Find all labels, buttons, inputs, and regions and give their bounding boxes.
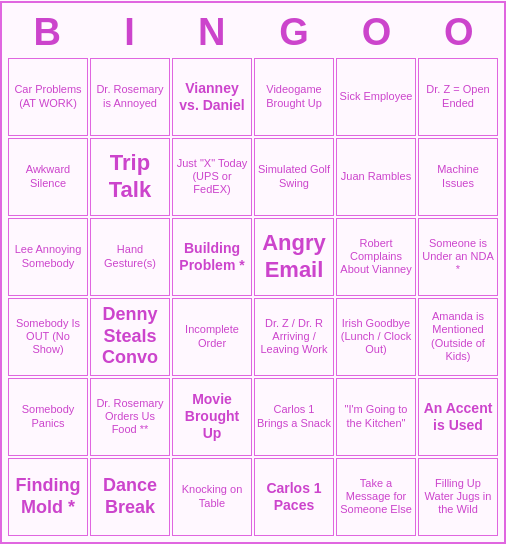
bingo-cell[interactable]: Lee Annoying Somebody <box>8 218 88 296</box>
bingo-cell[interactable]: Filling Up Water Jugs in the Wild <box>418 458 498 536</box>
bingo-cell[interactable]: An Accent is Used <box>418 378 498 456</box>
bingo-cell[interactable]: Sick Employee <box>336 58 416 136</box>
bingo-cell[interactable]: Vianney vs. Daniel <box>172 58 252 136</box>
bingo-cell[interactable]: Simulated Golf Swing <box>254 138 334 216</box>
bingo-cell[interactable]: Carlos 1 Brings a Snack <box>254 378 334 456</box>
bingo-cell[interactable]: Building Problem * <box>172 218 252 296</box>
bingo-cell[interactable]: Incomplete Order <box>172 298 252 376</box>
bingo-grid: Car Problems (AT WORK)Dr. Rosemary is An… <box>6 56 500 538</box>
bingo-cell[interactable]: Juan Rambles <box>336 138 416 216</box>
bingo-cell[interactable]: Awkward Silence <box>8 138 88 216</box>
bingo-cell[interactable]: "I'm Going to the Kitchen" <box>336 378 416 456</box>
title-letter: O <box>335 11 417 54</box>
title-letter: O <box>418 11 500 54</box>
bingo-cell[interactable]: Just "X" Today (UPS or FedEX) <box>172 138 252 216</box>
bingo-cell[interactable]: Denny Steals Convo <box>90 298 170 376</box>
bingo-cell[interactable]: Finding Mold * <box>8 458 88 536</box>
title-letter: B <box>6 11 88 54</box>
bingo-cell[interactable]: Dr. Rosemary is Annoyed <box>90 58 170 136</box>
bingo-cell[interactable]: Hand Gesture(s) <box>90 218 170 296</box>
bingo-cell[interactable]: Dr. Z = Open Ended <box>418 58 498 136</box>
bingo-cell[interactable]: Dr. Z / Dr. R Arriving / Leaving Work <box>254 298 334 376</box>
bingo-cell[interactable]: Robert Complains About Vianney <box>336 218 416 296</box>
bingo-cell[interactable]: Someone is Under an NDA * <box>418 218 498 296</box>
bingo-cell[interactable]: Somebody Is OUT (No Show) <box>8 298 88 376</box>
bingo-cell[interactable]: Dance Break <box>90 458 170 536</box>
title-letter: G <box>253 11 335 54</box>
bingo-cell[interactable]: Somebody Panics <box>8 378 88 456</box>
bingo-card: BINGOO Car Problems (AT WORK)Dr. Rosemar… <box>0 1 506 544</box>
bingo-cell[interactable]: Machine Issues <box>418 138 498 216</box>
bingo-cell[interactable]: Irish Goodbye (Lunch / Clock Out) <box>336 298 416 376</box>
bingo-cell[interactable]: Car Problems (AT WORK) <box>8 58 88 136</box>
title-letter: N <box>171 11 253 54</box>
bingo-cell[interactable]: Videogame Brought Up <box>254 58 334 136</box>
bingo-cell[interactable]: Movie Brought Up <box>172 378 252 456</box>
bingo-cell[interactable]: Angry Email <box>254 218 334 296</box>
title-letter: I <box>88 11 170 54</box>
bingo-title: BINGOO <box>6 7 500 56</box>
bingo-cell[interactable]: Take a Message for Someone Else <box>336 458 416 536</box>
bingo-cell[interactable]: Amanda is Mentioned (Outside of Kids) <box>418 298 498 376</box>
bingo-cell[interactable]: Knocking on Table <box>172 458 252 536</box>
bingo-cell[interactable]: Trip Talk <box>90 138 170 216</box>
bingo-cell[interactable]: Dr. Rosemary Orders Us Food ** <box>90 378 170 456</box>
bingo-cell[interactable]: Carlos 1 Paces <box>254 458 334 536</box>
